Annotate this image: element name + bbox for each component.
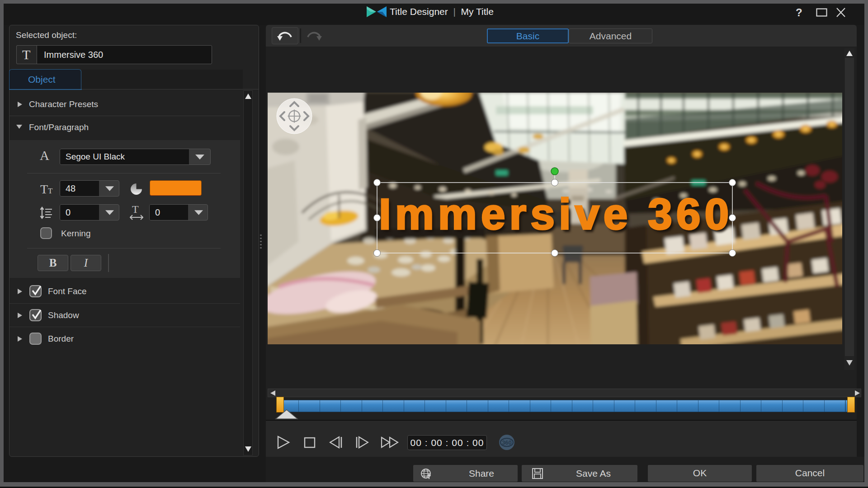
svg-text:360: 360 <box>502 439 512 446</box>
